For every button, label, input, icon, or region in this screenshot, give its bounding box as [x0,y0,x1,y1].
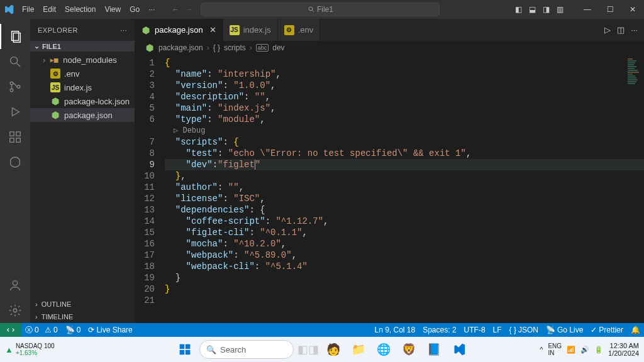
timeline-section[interactable]: ›TIMELINE [30,310,135,323]
search-placeholder: Search [220,345,246,354]
explorer-more-icon[interactable]: ··· [120,26,127,34]
menu-go[interactable]: Go [125,5,144,14]
tray-volume-icon[interactable]: 🔊 [580,346,589,354]
nav-forward-icon[interactable]: → [186,5,193,14]
activity-search-icon[interactable] [0,49,30,74]
nav-back-icon[interactable]: ← [172,5,179,14]
minimap[interactable] [628,58,640,90]
tray-chevron-icon[interactable]: ^ [540,346,543,353]
stock-ticker[interactable]: NASDAQ 100 +1.63% [16,343,55,356]
folder-header[interactable]: ⌄ FILE1 [30,41,135,52]
code-editor[interactable]: 123456 789101112131415161718192021 { "na… [135,55,644,323]
status-encoding[interactable]: UTF-8 [460,326,489,334]
menu-edit[interactable]: Edit [38,5,60,14]
window-close-icon[interactable]: ✕ [621,5,644,14]
error-count: 0 [35,326,39,334]
window-minimize-icon[interactable]: — [576,5,599,14]
chevron-down-icon: ⌄ [34,42,40,50]
activity-settings-icon[interactable] [0,298,30,323]
run-icon[interactable]: ▷ [604,25,611,35]
breadcrumb-scripts[interactable]: scripts [224,43,246,52]
outline-section[interactable]: ›OUTLINE [30,298,135,310]
menu-more-icon[interactable]: ··· [144,5,159,14]
activity-extensions-icon[interactable] [0,124,30,150]
tray-clock[interactable]: 12:30 AM 1/20/2024 [608,342,639,357]
layout-sidebar-right-icon[interactable]: ◨ [540,5,552,14]
tree-file-package-json[interactable]: ⬢ package.json [30,108,135,122]
line-gutter: 123456 789101112131415161718192021 [135,55,165,323]
window-controls: — ☐ ✕ [576,5,644,14]
tree-file-env[interactable]: ⚙ .env [30,67,135,80]
taskbar-search[interactable]: 🔍Search [199,340,294,359]
command-center[interactable]: File1 [201,3,440,16]
explorer-sidebar: EXPLORER ··· ⌄ FILE1 › ▸◼ node_modules ⚙… [30,19,135,323]
edge-app-icon[interactable]: 🌐 [373,339,394,360]
breadcrumb-file[interactable]: package.json [158,43,203,52]
chevron-right-icon: › [207,43,209,52]
status-prettier[interactable]: ✓Prettier [587,326,627,334]
svg-rect-17 [186,344,191,349]
taskview-icon[interactable]: ◧◨ [297,339,319,360]
editor-tabs: ⬢ package.json ✕ JS index.js ⚙ .env ▷ ◫ … [135,19,644,41]
tree-folder-node-modules[interactable]: › ▸◼ node_modules [30,53,135,67]
menu-file[interactable]: File [18,5,38,14]
svg-point-15 [13,309,17,312]
breadcrumb[interactable]: ⬢ package.json › { } scripts › abc dev [135,41,644,55]
activity-scm-icon[interactable] [0,74,30,99]
env-file-icon: ⚙ [50,69,60,79]
stock-icon[interactable]: ▲ [5,345,13,354]
start-button[interactable] [174,339,196,360]
tree-file-package-lock[interactable]: ⬢ package-lock.json [30,94,135,108]
svg-rect-10 [10,132,14,136]
tab-package-json[interactable]: ⬢ package.json ✕ [135,19,223,41]
activity-account-icon[interactable] [0,273,30,298]
brave-app-icon[interactable]: 🦁 [398,339,419,360]
app-icon-2[interactable]: 📘 [423,339,445,360]
js-file-icon: JS [50,82,60,92]
tray-language[interactable]: ENGIN [548,343,562,356]
npm-file-icon: ⬢ [50,96,60,106]
chevron-right-icon: › [35,300,38,308]
split-editor-icon[interactable]: ◫ [617,25,625,35]
tray-wifi-icon[interactable]: 📶 [567,346,575,354]
status-eol[interactable]: LF [489,326,506,334]
status-language[interactable]: { }JSON [506,326,542,334]
svg-rect-12 [16,138,20,142]
titlebar: File Edit Selection View Go ··· ← → File… [0,0,644,19]
layout-sidebar-left-icon[interactable]: ◧ [512,5,525,14]
remote-button[interactable] [0,323,21,337]
tab-env[interactable]: ⚙ .env [278,19,321,41]
menu-selection[interactable]: Selection [60,5,100,14]
activity-remote-icon[interactable] [0,150,30,175]
breadcrumb-dev[interactable]: dev [272,43,284,52]
window-maximize-icon[interactable]: ☐ [599,5,621,14]
status-ports[interactable]: 📡0 [62,326,85,334]
layout-custom-icon[interactable]: ▥ [553,5,566,14]
status-cursor[interactable]: Ln 9, Col 18 [370,326,419,334]
status-golive[interactable]: 📡Go Live [542,326,587,334]
vscode-app-icon[interactable] [448,339,470,360]
layout-panel-bottom-icon[interactable]: ⬓ [526,5,538,14]
editor-more-icon[interactable]: ··· [631,25,638,35]
explorer-app-icon[interactable]: 📁 [348,339,369,360]
codelens-debug[interactable]: ▷ Debug [165,125,644,136]
clock-date: 1/20/2024 [608,349,639,357]
menu-view[interactable]: View [100,5,125,14]
tab-close-icon[interactable]: ✕ [209,25,216,35]
status-liveshare[interactable]: ⟳Live Share [84,326,136,334]
app-icon-1[interactable]: 🧑 [323,339,344,360]
svg-rect-11 [10,138,14,142]
chevron-right-icon: › [35,313,38,321]
code-content[interactable]: { "name": "intership", "version": "1.0.0… [165,55,644,323]
file-tree: › ▸◼ node_modules ⚙ .env JS index.js ⬢ p… [30,52,135,298]
activity-debug-icon[interactable] [0,99,30,124]
status-errors[interactable]: ⓧ0 ⚠0 [21,325,62,336]
tab-index-js[interactable]: JS index.js [223,19,278,41]
tree-file-indexjs[interactable]: JS index.js [30,80,135,94]
activity-bar [0,19,30,323]
status-bell-icon[interactable]: 🔔 [627,326,644,334]
status-spaces[interactable]: Spaces: 2 [419,326,460,334]
activity-explorer-icon[interactable] [0,24,30,49]
svg-rect-16 [180,344,185,349]
tray-battery-icon[interactable]: 🔋 [594,346,603,354]
